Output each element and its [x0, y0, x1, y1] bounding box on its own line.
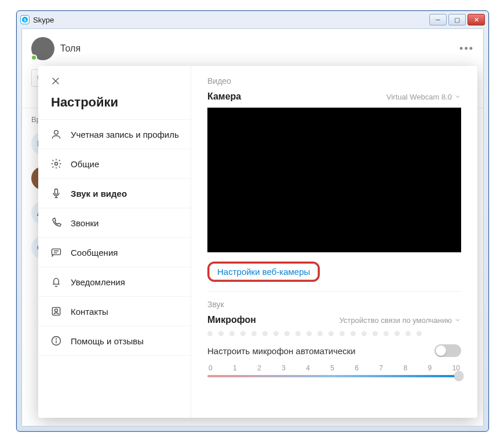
svg-rect-8	[55, 189, 58, 194]
phone-icon	[50, 216, 63, 229]
contacts-icon	[50, 305, 63, 318]
close-icon	[51, 76, 60, 86]
svg-point-7	[55, 163, 58, 166]
info-icon	[50, 334, 63, 347]
microphone-label: Микрофон	[207, 315, 256, 325]
nav-item-contacts[interactable]: Контакты	[38, 296, 191, 326]
nav-label: Помощь и отзывы	[71, 336, 144, 346]
titlebar[interactable]: S Skype ─ ▢ ✕	[17, 11, 488, 28]
nav-item-notifications[interactable]: Уведомления	[38, 267, 191, 296]
webcam-settings-link[interactable]: Настройки веб-камеры	[207, 262, 320, 282]
skype-icon: S	[20, 15, 30, 24]
chevron-down-icon	[454, 317, 461, 323]
nav-label: Сообщения	[71, 248, 118, 258]
person-icon	[50, 128, 63, 141]
nav-item-calls[interactable]: Звонки	[38, 208, 191, 237]
nav-label: Контакты	[71, 307, 108, 317]
nav-item-audio-video[interactable]: Звук и видео	[38, 178, 191, 208]
video-section-label: Видео	[207, 76, 461, 86]
mic-level-meter	[207, 331, 461, 336]
nav-label: Звонки	[71, 218, 98, 228]
camera-label: Камера	[207, 91, 241, 102]
profile-row[interactable]: Толя •••	[22, 29, 483, 68]
settings-title: Настройки	[38, 91, 191, 119]
minimize-button[interactable]: ─	[429, 14, 447, 25]
nav-item-messages[interactable]: Сообщения	[38, 237, 191, 267]
window-frame: S Skype ─ ▢ ✕ Толя ••• П Чаты Вр	[16, 10, 489, 432]
window-title: Skype	[33, 16, 54, 24]
nav-label: Уведомления	[71, 277, 125, 287]
profile-name: Толя	[60, 43, 81, 54]
svg-rect-9	[52, 249, 61, 255]
nav-item-help[interactable]: Помощь и отзывы	[38, 326, 191, 356]
chevron-down-icon	[454, 93, 461, 100]
svg-point-14	[56, 339, 57, 339]
auto-mic-label: Настроить микрофон автоматически	[207, 346, 356, 356]
nav-label: Общие	[71, 159, 99, 169]
nav-item-account[interactable]: Учетная запись и профиль	[38, 119, 191, 149]
bell-icon	[50, 275, 63, 288]
nav-item-general[interactable]: Общие	[38, 149, 191, 178]
gear-icon	[50, 157, 63, 170]
more-icon[interactable]: •••	[459, 43, 474, 55]
avatar[interactable]	[31, 37, 54, 60]
close-button[interactable]: ✕	[468, 14, 485, 25]
nav-label: Звук и видео	[71, 189, 127, 198]
svg-point-11	[55, 309, 58, 312]
close-settings-button[interactable]	[38, 71, 191, 91]
settings-panel: Настройки Учетная запись и профиль Общие…	[38, 66, 477, 418]
settings-content: Видео Камера Virtual Webcam 8.0 Настройк…	[191, 66, 477, 418]
svg-text:S: S	[24, 18, 27, 22]
message-icon	[50, 246, 63, 259]
slider-scale: 012345678910	[207, 364, 461, 372]
maximize-button[interactable]: ▢	[448, 14, 466, 25]
presence-dot	[31, 54, 37, 61]
camera-select[interactable]: Virtual Webcam 8.0	[386, 93, 461, 101]
microphone-icon	[50, 187, 63, 200]
microphone-select[interactable]: Устройство связи по умолчанию	[339, 316, 461, 325]
audio-section-label: Звук	[207, 300, 461, 309]
settings-nav: Настройки Учетная запись и профиль Общие…	[38, 66, 191, 418]
video-preview	[207, 108, 461, 252]
mic-slider[interactable]	[207, 374, 461, 378]
auto-mic-toggle[interactable]	[434, 344, 461, 357]
slider-thumb[interactable]	[454, 371, 463, 380]
svg-point-6	[54, 130, 59, 134]
app-client: Толя ••• П Чаты Время PB AO GE Не вы? Пр…	[21, 28, 484, 426]
nav-label: Учетная запись и профиль	[71, 130, 179, 139]
